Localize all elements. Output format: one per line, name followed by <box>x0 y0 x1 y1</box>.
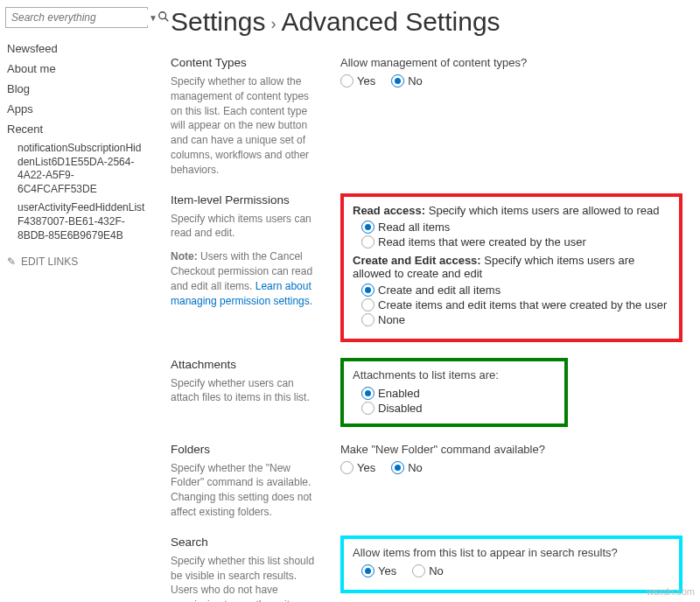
read-all-items-label: Read all items <box>378 220 450 234</box>
content-types-desc: Specify whether to allow the management … <box>171 74 319 178</box>
sidebar-item-newsfeed[interactable]: Newsfeed <box>5 38 148 59</box>
edit-own-items-label: Create items and edit items that were cr… <box>378 298 667 312</box>
sidebar-item-aboutme[interactable]: About me <box>5 59 148 79</box>
page-title: Settings›Advanced Settings <box>171 7 682 37</box>
attachments-enabled-radio[interactable] <box>361 387 374 400</box>
attachments-desc: Specify whether users can attach files t… <box>171 376 319 406</box>
sidebar-item-apps[interactable]: Apps <box>5 99 148 119</box>
pencil-icon: ✎ <box>7 256 16 268</box>
edit-own-items-radio[interactable] <box>361 298 374 312</box>
folders-no-label: No <box>408 461 423 474</box>
edit-links-label: EDIT LINKS <box>21 256 78 268</box>
read-access-label: Read access: <box>353 204 425 217</box>
edit-none-radio[interactable] <box>361 313 374 326</box>
folders-no-radio[interactable] <box>391 461 404 474</box>
breadcrumb-separator: › <box>270 15 276 32</box>
read-access-desc: Specify which items users are allowed to… <box>425 204 659 217</box>
permissions-note: Note: Users with the Cancel Checkout per… <box>171 249 319 308</box>
permissions-heading: Item-level Permissions <box>171 193 319 206</box>
folders-question: Make "New Folder" command available? <box>340 443 682 456</box>
read-all-items-radio[interactable] <box>361 220 374 234</box>
edit-access-label: Create and Edit access: <box>353 254 481 267</box>
permissions-note-label: Note: <box>171 250 198 262</box>
attachments-highlight-box: Attachments to list items are: Enabled D… <box>340 358 568 427</box>
permissions-highlight-box: Read access: Specify which items users a… <box>340 193 682 342</box>
attachments-question: Attachments to list items are: <box>353 368 556 382</box>
edit-links-button[interactable]: ✎ EDIT LINKS <box>5 245 148 278</box>
content-types-no-radio[interactable] <box>391 74 404 88</box>
breadcrumb-advanced: Advanced Settings <box>281 7 500 36</box>
folders-yes-radio[interactable] <box>340 461 354 474</box>
recent-item-1[interactable]: notificationSubscriptionHiddenList6D1E55… <box>5 139 148 199</box>
read-own-items-radio[interactable] <box>361 235 374 248</box>
search-box[interactable]: ▼ <box>5 7 148 28</box>
search-yes-radio[interactable] <box>361 564 374 578</box>
search-no-label: No <box>429 564 444 578</box>
folders-heading: Folders <box>171 443 319 456</box>
search-heading: Search <box>171 536 319 549</box>
attachments-enabled-label: Enabled <box>378 387 420 400</box>
breadcrumb-settings[interactable]: Settings <box>171 7 265 36</box>
sidebar-item-blog[interactable]: Blog <box>5 79 148 99</box>
edit-all-items-label: Create and edit all items <box>378 284 500 297</box>
content-types-question: Allow management of content types? <box>340 56 682 69</box>
sidebar-item-recent[interactable]: Recent <box>5 119 148 139</box>
permissions-desc: Specify which items users can read and e… <box>171 212 319 242</box>
folders-desc: Specify whether the "New Folder" command… <box>171 461 319 520</box>
search-input[interactable] <box>6 10 149 25</box>
edit-none-label: None <box>378 313 405 326</box>
attachments-disabled-label: Disabled <box>378 402 423 415</box>
content-types-heading: Content Types <box>171 56 319 69</box>
edit-all-items-radio[interactable] <box>361 284 374 297</box>
content-types-yes-label: Yes <box>357 74 375 88</box>
content-types-no-label: No <box>408 74 423 88</box>
search-no-radio[interactable] <box>412 564 425 578</box>
attachments-heading: Attachments <box>171 358 319 371</box>
folders-yes-label: Yes <box>357 461 375 474</box>
search-yes-label: Yes <box>378 564 396 578</box>
search-question: Allow items from this list to appear in … <box>353 546 670 559</box>
content-types-yes-radio[interactable] <box>340 74 354 88</box>
search-highlight-box: Allow items from this list to appear in … <box>340 536 682 593</box>
search-desc: Specify whether this list should be visi… <box>171 554 319 602</box>
recent-item-2[interactable]: userActivityFeedHiddenListF4387007-BE61-… <box>5 199 148 245</box>
read-own-items-label: Read items that were created by the user <box>378 235 586 248</box>
attachments-disabled-radio[interactable] <box>361 402 374 415</box>
watermark: wsxdn.com <box>647 586 695 597</box>
